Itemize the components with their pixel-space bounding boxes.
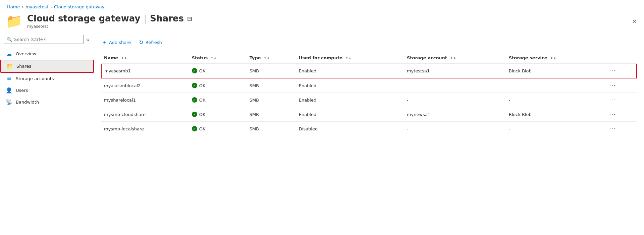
header-title-block: Cloud storage gateway | Shares ⊟ myasete… (27, 13, 192, 29)
title-section: Shares (150, 13, 184, 23)
cell-more[interactable]: ··· (605, 122, 637, 136)
cell-more[interactable]: ··· (605, 93, 637, 107)
main-layout: 🔍 « ☁ Overview 📁 Shares ≡ Storage accoun… (0, 32, 644, 235)
cell-storage-account: - (404, 78, 506, 93)
cell-storage-account: - (404, 93, 506, 107)
storage-icon: ≡ (6, 75, 12, 82)
refresh-button[interactable]: ↻ Refresh (138, 38, 163, 47)
more-options-button[interactable]: ··· (607, 82, 618, 89)
table-row[interactable]: myasesmblocal2 ✓ OK SMB Enabled - - ··· (101, 78, 637, 93)
table-row[interactable]: mysmb-localshare ✓ OK SMB Disabled - - ·… (101, 122, 637, 136)
more-options-button[interactable]: ··· (607, 125, 618, 132)
status-check-icon: ✓ (192, 97, 197, 103)
cell-status: ✓ OK (189, 63, 247, 78)
title-divider: | (144, 13, 147, 23)
sidebar: 🔍 « ☁ Overview 📁 Shares ≡ Storage accoun… (0, 32, 94, 235)
search-input[interactable] (14, 37, 80, 42)
sidebar-item-label-shares: Shares (16, 64, 31, 69)
more-options-button[interactable]: ··· (607, 67, 618, 74)
cell-more[interactable]: ··· (605, 78, 637, 93)
col-compute[interactable]: Used for compute ↑↓ (296, 53, 404, 63)
col-status[interactable]: Status ↑↓ (189, 53, 247, 63)
cell-storage-service: - (506, 78, 605, 93)
sidebar-item-label-bandwidth: Bandwidth (16, 100, 39, 105)
cell-storage-account: - (404, 122, 506, 136)
cell-status: ✓ OK (189, 107, 247, 122)
status-text: OK (199, 112, 206, 117)
col-name[interactable]: Name ↑↓ (101, 53, 189, 63)
folder-icon: 📁 (6, 14, 22, 28)
cell-type: SMB (247, 63, 296, 78)
status-check-icon: ✓ (192, 83, 197, 88)
cell-compute: Enabled (296, 93, 404, 107)
cell-compute: Disabled (296, 122, 404, 136)
status-check-icon: ✓ (192, 68, 197, 73)
sidebar-item-users[interactable]: 👤 Users (0, 84, 94, 96)
title-resource: Cloud storage gateway (27, 13, 140, 23)
toolbar: ＋ Add share ↻ Refresh (101, 38, 637, 47)
search-box[interactable]: 🔍 (4, 35, 84, 44)
pin-icon[interactable]: ⊟ (187, 15, 192, 22)
cell-name: mysmb-cloudshare (101, 107, 189, 122)
cell-storage-account: mynewsa1 (404, 107, 506, 122)
cell-compute: Enabled (296, 107, 404, 122)
status-text: OK (199, 98, 206, 103)
status-text: OK (199, 126, 206, 131)
sidebar-item-overview[interactable]: ☁ Overview (0, 48, 94, 60)
status-text: OK (199, 83, 206, 88)
status-text: OK (199, 68, 206, 73)
col-type[interactable]: Type ↑↓ (247, 53, 296, 63)
status-check-icon: ✓ (192, 126, 197, 131)
more-options-button[interactable]: ··· (607, 96, 618, 104)
status-check-icon: ✓ (192, 112, 197, 117)
cell-compute: Enabled (296, 63, 404, 78)
cell-type: SMB (247, 78, 296, 93)
sidebar-item-label-storage-accounts: Storage accounts (16, 76, 54, 81)
sidebar-item-bandwidth[interactable]: 📡 Bandwidth (0, 96, 94, 108)
cloud-icon: ☁ (6, 51, 12, 57)
breadcrumb-sep1: › (22, 5, 23, 9)
users-icon: 👤 (6, 87, 12, 94)
sidebar-item-storage-accounts[interactable]: ≡ Storage accounts (0, 73, 94, 84)
refresh-icon: ↻ (139, 39, 143, 46)
breadcrumb-current[interactable]: Cloud storage gateway (54, 4, 104, 9)
cell-status: ✓ OK (189, 93, 247, 107)
add-share-label: Add share (109, 40, 131, 45)
cell-storage-service: - (506, 122, 605, 136)
refresh-label: Refresh (146, 40, 162, 45)
cell-type: SMB (247, 107, 296, 122)
shares-table: Name ↑↓ Status ↑↓ Type ↑↓ Used for compu… (101, 53, 637, 136)
cell-name: myasesmblocal2 (101, 78, 189, 93)
table-row[interactable]: mysmb-cloudshare ✓ OK SMB Enabled mynews… (101, 107, 637, 122)
col-actions (605, 53, 637, 63)
header-subtitle: myasetest (27, 24, 192, 29)
table-header: Name ↑↓ Status ↑↓ Type ↑↓ Used for compu… (101, 53, 637, 63)
cell-more[interactable]: ··· (605, 107, 637, 122)
close-icon[interactable]: ✕ (632, 18, 637, 25)
search-icon: 🔍 (7, 37, 12, 42)
cell-status: ✓ OK (189, 122, 247, 136)
sidebar-item-shares[interactable]: 📁 Shares (0, 60, 94, 73)
table-row[interactable]: myasesmb1 ✓ OK SMB Enabled mytestsa1 Blo… (101, 63, 637, 78)
col-storage-service[interactable]: Storage service ↑↓ (506, 53, 605, 63)
cell-more[interactable]: ··· (605, 63, 637, 78)
cell-name: myasesmb1 (101, 63, 189, 78)
header-left: 📁 Cloud storage gateway | Shares ⊟ myase… (6, 13, 192, 29)
cell-name: mysmb-localshare (101, 122, 189, 136)
more-options-button[interactable]: ··· (607, 111, 618, 118)
breadcrumb-myasetest[interactable]: myasetest (25, 4, 48, 9)
breadcrumb-home[interactable]: Home (7, 4, 20, 9)
cell-storage-account: mytestsa1 (404, 63, 506, 78)
shares-table-container: Name ↑↓ Status ↑↓ Type ↑↓ Used for compu… (101, 53, 637, 229)
cell-type: SMB (247, 93, 296, 107)
sidebar-item-label-users: Users (16, 88, 28, 93)
col-storage-account[interactable]: Storage account ↑↓ (404, 53, 506, 63)
cell-name: mysharelocal1 (101, 93, 189, 107)
nav-container: ☁ Overview 📁 Shares ≡ Storage accounts 👤… (0, 48, 94, 108)
breadcrumb-sep2: › (50, 5, 52, 9)
cell-storage-service: Block Blob (506, 107, 605, 122)
sidebar-item-label-overview: Overview (16, 51, 36, 56)
add-share-button[interactable]: ＋ Add share (101, 38, 131, 47)
table-row[interactable]: mysharelocal1 ✓ OK SMB Enabled - - ··· (101, 93, 637, 107)
collapse-sidebar-button[interactable]: « (85, 35, 91, 44)
